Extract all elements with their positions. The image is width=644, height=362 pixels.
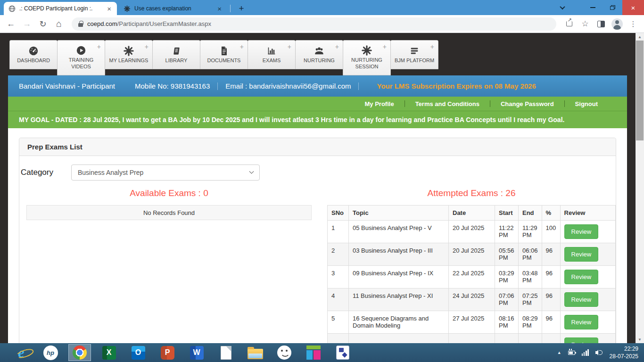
battery-icon[interactable] <box>568 351 575 355</box>
taskbar-tiles-icon[interactable] <box>299 343 328 362</box>
menu-kebab-icon[interactable]: ⋮ <box>626 17 640 31</box>
review-button[interactable]: Review <box>564 247 599 262</box>
tray-expand-icon[interactable]: ▲ <box>557 350 561 355</box>
category-selected-value: Business Analyst Prep <box>78 169 143 176</box>
address-bar[interactable]: coepd.com/Participant/UserExamMaster.asp… <box>72 17 556 31</box>
link-change-password[interactable]: Change Password <box>490 100 564 107</box>
category-label: Category <box>21 168 71 177</box>
side-panel-icon[interactable] <box>594 17 608 31</box>
browser-toolbar: ← → ↻ ⌂ coepd.com/Participant/UserExamMa… <box>0 15 644 33</box>
column-header-start: Start <box>495 206 519 221</box>
plus-icon: + <box>240 43 244 50</box>
account-links-bar: My ProfileTerms and ConditionsChange Pas… <box>8 97 627 111</box>
nav-tab-nurturing[interactable]: +NURTURING <box>295 40 343 69</box>
cell-review: Review <box>560 221 615 243</box>
bookmark-star-icon[interactable]: ☆ <box>578 17 592 31</box>
table-row: 411 Business Analyst Prep - XI24 Jul 202… <box>328 288 616 311</box>
cell-review: Review <box>560 334 615 344</box>
volume-icon[interactable] <box>595 349 603 356</box>
main-nav: DASHBOARD+TRAINING VIDEOS+MY LEARNINGSLI… <box>8 33 627 75</box>
nav-tab-label: BJM PLATFORM <box>394 58 435 64</box>
panel-title: Prep Exams List <box>19 138 616 156</box>
cell-sno: 5 <box>328 311 349 334</box>
tab-search-icon[interactable] <box>553 0 572 15</box>
taskbar-powerpoint-icon[interactable]: P <box>153 343 182 362</box>
taskbar-smiley-icon[interactable] <box>270 343 299 362</box>
cell <box>349 334 449 344</box>
taskbar-notepad-icon[interactable] <box>211 343 240 362</box>
reload-icon[interactable]: ↻ <box>36 17 50 31</box>
forward-icon[interactable]: → <box>20 17 34 31</box>
review-button[interactable]: Review <box>564 315 599 329</box>
scrollbar-thumb[interactable] <box>636 41 644 140</box>
scrollbar-up-icon[interactable]: ▲ <box>636 33 644 41</box>
cell-date: 27 Jul 2025 <box>449 311 495 334</box>
attempted-exams-section: Attempted Exams : 26 SNoTopicDateStartEn… <box>327 188 616 343</box>
taskbar-excel-icon[interactable]: X <box>94 343 124 362</box>
bar-chart-icon <box>266 46 277 56</box>
nav-tab-label: NURTURING SESSION <box>343 57 390 70</box>
scrollbar[interactable]: ▲ ▼ <box>636 33 644 343</box>
minimize-button[interactable] <box>583 0 603 15</box>
cell-pct: 96 <box>542 311 560 334</box>
taskbar-chrome-icon[interactable] <box>65 343 94 362</box>
taskbar-ie-icon[interactable]: e <box>7 343 36 362</box>
review-button[interactable]: Review <box>564 270 599 284</box>
taskbar-file-explorer-icon[interactable] <box>240 343 270 362</box>
close-tab-icon[interactable]: × <box>216 5 223 13</box>
restore-button[interactable] <box>603 0 622 15</box>
window-controls: × <box>553 0 644 15</box>
nav-tab-my-learnings[interactable]: +MY LEARNINGS <box>105 40 153 69</box>
taskbar-clock[interactable]: 22:29 28-07-2025 <box>610 345 638 360</box>
close-button[interactable]: × <box>622 0 644 15</box>
nav-tab-label: DOCUMENTS <box>206 58 242 64</box>
cell-pct: 96 <box>542 288 560 311</box>
nav-tab-training-videos[interactable]: +TRAINING VIDEOS <box>57 40 105 75</box>
home-icon[interactable]: ⌂ <box>52 17 66 31</box>
browser-tab-inactive[interactable]: Use cases explanation × <box>119 2 227 15</box>
tray-time: 22:29 <box>610 345 638 353</box>
tray-date: 28-07-2025 <box>610 353 638 360</box>
nav-tab-dashboard[interactable]: DASHBOARD <box>9 40 58 69</box>
scrollbar-down-icon[interactable]: ▼ <box>636 336 644 343</box>
nav-tab-bjm-platform[interactable]: +BJM PLATFORM <box>390 40 438 69</box>
new-tab-icon[interactable]: + <box>235 3 248 14</box>
review-button[interactable]: Review <box>564 224 599 239</box>
nav-tab-exams[interactable]: +EXAMS <box>248 40 296 69</box>
cell <box>542 334 560 344</box>
url-text: coepd.com/Participant/UserExamMaster.asp… <box>87 20 211 27</box>
taskbar-hp-icon[interactable]: hp <box>36 343 65 362</box>
profile-avatar-icon[interactable] <box>610 17 624 31</box>
cell-sno: 3 <box>328 266 349 288</box>
review-button[interactable]: Review <box>564 292 599 307</box>
share-icon[interactable] <box>562 17 576 31</box>
link-my-profile[interactable]: My Profile <box>355 100 405 107</box>
cell-start: 05:56 PM <box>495 243 519 266</box>
link-terms-and-conditions[interactable]: Terms and Conditions <box>405 100 490 107</box>
user-info-bar: Bandari Vaishnavi - Participant Mobile N… <box>8 75 627 97</box>
back-icon[interactable]: ← <box>4 17 18 31</box>
plus-icon: + <box>383 43 387 50</box>
taskbar-diagram-icon[interactable] <box>328 343 357 362</box>
nav-tab-nurturing-session[interactable]: +NURTURING SESSION <box>343 40 391 75</box>
table-row-partial: Review <box>328 334 616 344</box>
review-button[interactable]: Review <box>564 337 599 343</box>
page: DASHBOARD+TRAINING VIDEOS+MY LEARNINGSLI… <box>0 33 644 343</box>
taskbar-outlook-icon[interactable]: O <box>124 343 153 362</box>
nav-tab-label: TRAINING VIDEOS <box>58 57 105 70</box>
taskbar-word-icon[interactable]: W <box>182 343 211 362</box>
cell-end: 08:29 PM <box>519 311 542 334</box>
link-signout[interactable]: Signout <box>565 100 608 107</box>
cell-date: 22 Jul 2025 <box>449 266 495 288</box>
attempted-exams-title: Attempted Exams : 26 <box>327 188 616 198</box>
network-signal-icon[interactable] <box>582 349 589 356</box>
category-select[interactable]: Business Analyst Prep <box>71 165 260 181</box>
lock-icon <box>78 23 83 27</box>
nav-tab-library[interactable]: LIBRARY <box>152 40 200 69</box>
play-circle-icon <box>76 45 86 56</box>
browser-tab-active[interactable]: .: COEPD Participant Login :. × <box>4 2 117 15</box>
close-tab-icon[interactable]: × <box>106 5 112 13</box>
nav-tab-label: NURTURING <box>303 58 336 64</box>
nav-tab-documents[interactable]: +DOCUMENTS <box>200 40 248 69</box>
user-email: Email : bandarivaishnavii56@gmail.com <box>225 82 351 90</box>
